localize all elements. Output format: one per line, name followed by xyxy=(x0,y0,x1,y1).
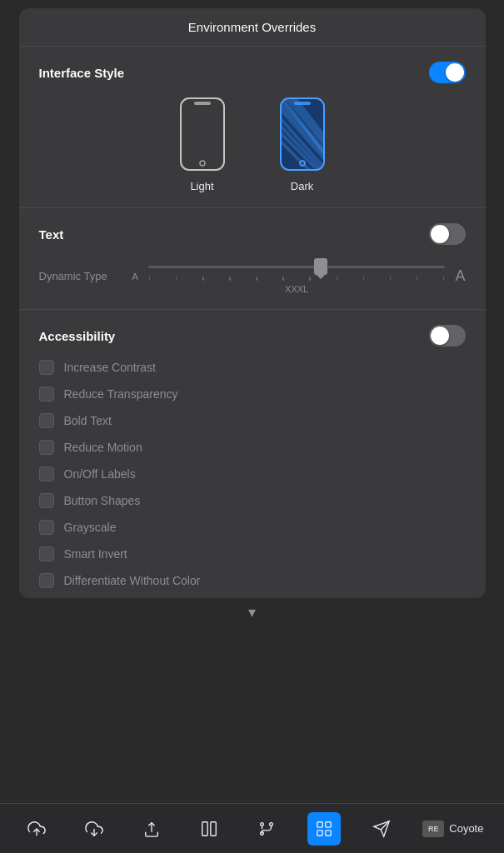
panel-container: Environment Overrides Interface Style Li… xyxy=(19,8,486,598)
increase-contrast-checkbox[interactable] xyxy=(39,360,54,375)
tick-6 xyxy=(282,277,284,281)
list-item[interactable]: Smart Invert xyxy=(39,546,466,561)
accessibility-header: Accessibility xyxy=(39,325,466,347)
toolbar-download-item[interactable] xyxy=(77,812,111,846)
light-label: Light xyxy=(190,180,213,192)
dynamic-type-label: Dynamic Type xyxy=(39,270,122,282)
svg-rect-22 xyxy=(211,821,216,836)
svg-rect-1 xyxy=(194,102,211,105)
toolbar-grid-item[interactable] xyxy=(307,812,341,846)
main-panel: Environment Overrides Interface Style Li… xyxy=(0,0,504,803)
toolbar-upload-item[interactable] xyxy=(20,812,53,846)
differentiate-without-color-checkbox[interactable] xyxy=(39,573,54,588)
tick-3 xyxy=(202,277,204,281)
list-item[interactable]: Differentiate Without Color xyxy=(39,573,466,588)
svg-rect-28 xyxy=(317,830,322,835)
list-item[interactable]: Grayscale xyxy=(39,520,466,535)
share-up-icon xyxy=(142,820,161,838)
slider-value-label: XXXL xyxy=(148,284,446,294)
interface-style-header: Interface Style xyxy=(39,62,466,83)
dark-style-option[interactable]: Dark xyxy=(277,97,327,192)
smart-invert-label: Smart Invert xyxy=(64,547,127,561)
tick-4 xyxy=(229,277,231,281)
interface-style-label: Interface Style xyxy=(39,66,125,80)
differentiate-without-color-label: Differentiate Without Color xyxy=(64,574,201,587)
button-shapes-checkbox[interactable] xyxy=(39,493,54,508)
svg-rect-0 xyxy=(181,98,224,170)
tick-7 xyxy=(309,277,311,281)
scroll-indicator: ▾ xyxy=(248,603,256,621)
tick-2 xyxy=(176,277,177,281)
svg-point-2 xyxy=(200,161,205,166)
toolbar-columns-item[interactable] xyxy=(192,812,226,846)
increase-contrast-label: Increase Contrast xyxy=(64,361,157,374)
grayscale-label: Grayscale xyxy=(64,521,117,534)
slider-track[interactable] xyxy=(148,266,446,268)
accessibility-toggle-knob xyxy=(431,327,449,345)
slider-line-row xyxy=(148,258,446,275)
svg-rect-21 xyxy=(202,821,207,836)
svg-rect-29 xyxy=(326,830,331,835)
bold-text-checkbox[interactable] xyxy=(39,413,54,428)
ticks-row xyxy=(148,275,446,281)
coyote-badge-text: RE xyxy=(428,825,439,833)
svg-rect-27 xyxy=(326,821,331,826)
accessibility-toggle[interactable] xyxy=(429,325,466,347)
accessibility-items-list: Increase Contrast Reduce Transparency Bo… xyxy=(39,360,466,588)
accessibility-label: Accessibility xyxy=(39,329,116,343)
on-off-labels-label: On/Off Labels xyxy=(64,467,136,481)
coyote-label: Coyote xyxy=(449,822,483,835)
bold-text-label: Bold Text xyxy=(64,414,112,427)
svg-point-24 xyxy=(270,822,273,826)
smart-invert-checkbox[interactable] xyxy=(39,546,54,561)
reduce-motion-checkbox[interactable] xyxy=(39,440,54,455)
on-off-labels-checkbox[interactable] xyxy=(39,466,54,481)
send-icon xyxy=(372,820,391,838)
list-item[interactable]: Button Shapes xyxy=(39,493,466,508)
slider-wrapper: XXXL xyxy=(148,258,446,294)
text-toggle[interactable] xyxy=(429,223,466,245)
tick-8 xyxy=(337,277,338,281)
tick-5 xyxy=(256,277,257,281)
toolbar-branch-item[interactable] xyxy=(250,812,283,846)
text-label: Text xyxy=(39,227,64,242)
tick-12 xyxy=(443,277,445,281)
tick-1 xyxy=(149,277,151,281)
columns-icon xyxy=(200,820,218,838)
light-phone-icon xyxy=(177,97,227,172)
interface-style-toggle[interactable] xyxy=(429,62,466,83)
list-item[interactable]: Reduce Motion xyxy=(39,440,466,455)
button-shapes-label: Button Shapes xyxy=(64,494,141,507)
accessibility-section: Accessibility Increase Contrast Reduce T… xyxy=(19,310,486,598)
toolbar-share-item[interactable] xyxy=(135,812,168,846)
list-item[interactable]: Increase Contrast xyxy=(39,360,466,375)
slider-thumb[interactable] xyxy=(314,258,327,275)
dynamic-type-row: Dynamic Type A xyxy=(39,258,466,294)
toolbar: RE Coyote xyxy=(0,803,504,853)
dark-label: Dark xyxy=(291,180,313,192)
panel-title: Environment Overrides xyxy=(19,8,486,47)
text-toggle-knob xyxy=(431,225,449,243)
coyote-badge: RE xyxy=(422,821,444,837)
grayscale-checkbox[interactable] xyxy=(39,520,54,535)
toggle-knob xyxy=(446,63,464,82)
interface-style-section: Interface Style Light xyxy=(19,47,486,208)
grid-icon xyxy=(315,820,333,838)
toolbar-send-item[interactable] xyxy=(365,812,398,846)
download-icon xyxy=(85,820,103,838)
text-header: Text xyxy=(39,223,466,245)
upload-icon xyxy=(27,820,46,838)
svg-rect-26 xyxy=(317,821,322,826)
size-small-label: A xyxy=(132,272,138,282)
light-style-option[interactable]: Light xyxy=(177,97,227,192)
text-section: Text Dynamic Type A xyxy=(19,208,486,310)
reduce-motion-label: Reduce Motion xyxy=(64,441,142,454)
reduce-transparency-checkbox[interactable] xyxy=(39,387,54,402)
tick-10 xyxy=(390,277,392,281)
list-item[interactable]: On/Off Labels xyxy=(39,466,466,481)
svg-point-23 xyxy=(261,822,264,826)
reduce-transparency-label: Reduce Transparency xyxy=(64,387,178,401)
toolbar-coyote-button[interactable]: RE Coyote xyxy=(422,821,483,837)
list-item[interactable]: Bold Text xyxy=(39,413,466,428)
list-item[interactable]: Reduce Transparency xyxy=(39,387,466,402)
